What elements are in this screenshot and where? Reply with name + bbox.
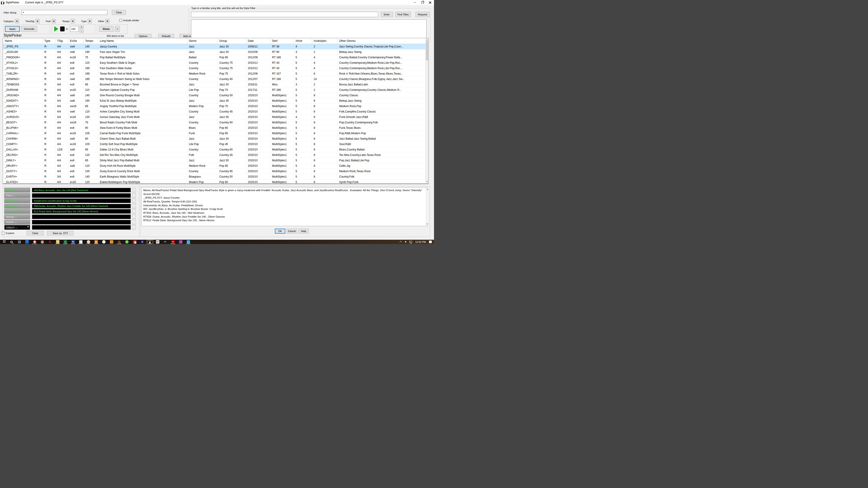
track-more-button[interactable]: .. xyxy=(132,198,136,203)
song-title-input[interactable] xyxy=(191,12,378,17)
request-button[interactable]: Request xyxy=(415,12,430,17)
table-row[interactable]: _CARNAL+R4/4ev16105Carnal Radio Pop Funk… xyxy=(3,131,426,136)
track-label-button[interactable]: Guitar RT xyxy=(4,204,30,208)
column-header[interactable]: Long Name xyxy=(98,38,187,44)
cancel-button[interactable]: Cancel xyxy=(287,229,297,234)
ok-button[interactable]: OK xyxy=(275,229,285,234)
taskbar-security-app-button[interactable] xyxy=(31,240,38,244)
close-button[interactable] xyxy=(426,0,434,5)
song-results-list[interactable] xyxy=(191,20,427,40)
track-value-display[interactable]: 612:Pedal Steel, Background Opry Sw 130 … xyxy=(32,209,131,214)
scroll-down-icon[interactable] xyxy=(426,181,428,184)
table-row[interactable]: _ANGSTY+R4/4sw1685Angsty Youthful Pop Mu… xyxy=(3,103,426,109)
column-header[interactable]: EvSw xyxy=(68,38,83,44)
taskbar-dev-app-button[interactable] xyxy=(184,240,192,244)
mixer-clear-button[interactable]: Clear xyxy=(27,231,44,235)
table-row[interactable]: _DELRIO+R4/4ev8120Del Rio Tex-Mex Ctry M… xyxy=(3,152,426,158)
table-row[interactable]: _DRURY+R4/4sw8120Drury Irish Alt Rock Mu… xyxy=(3,163,426,168)
column-header[interactable]: #substyles xyxy=(312,38,337,44)
column-header[interactable]: Name xyxy=(3,38,42,44)
chevron-down-icon[interactable] xyxy=(35,19,39,23)
chevron-down-icon[interactable] xyxy=(15,19,19,23)
help-button[interactable]: Help xyxy=(298,229,309,234)
taskbar-media-player-button[interactable] xyxy=(92,240,100,244)
track-label-button[interactable]: Drums RD xyxy=(4,198,30,203)
track-more-button[interactable]: .. xyxy=(132,209,136,214)
table-row[interactable]: _WSWING+R4/4sw8165Mid Tempo Western Swin… xyxy=(3,76,426,82)
chevron-down-icon[interactable] xyxy=(52,19,56,23)
demo-button[interactable]: Demo xyxy=(99,26,114,32)
scrollbar-thumb[interactable] xyxy=(426,41,428,60)
table-row[interactable]: _1ROUND+R4/4sw8140One Round Country Boog… xyxy=(3,93,426,98)
table-row[interactable]: _DURHAMR4/4ev16110Durham Upbeat Country … xyxy=(3,87,426,93)
chevron-down-icon[interactable] xyxy=(71,19,75,23)
custom-checkbox[interactable] xyxy=(2,232,4,234)
taskbar-groove-app-button[interactable] xyxy=(177,240,184,244)
taskbar-find-app-button[interactable] xyxy=(115,240,123,244)
filter-string-input[interactable]: + xyxy=(22,10,107,15)
generate-button[interactable]: Generate xyxy=(21,26,37,32)
column-header[interactable]: Date xyxy=(246,38,270,44)
taskbar-chrome-button[interactable] xyxy=(38,240,46,244)
taskbar-word-button[interactable]: W xyxy=(69,240,77,244)
track-value-display[interactable] xyxy=(32,215,131,219)
table-row[interactable]: _STHSLD+R4/4ev8165Fast Southern Slide Gu… xyxy=(3,66,426,71)
track-value-display[interactable]: 443:Bass, Acoustic, Jazz Sw 140 [Neil Sw… xyxy=(32,188,131,193)
network-icon[interactable] xyxy=(409,241,412,243)
track-value-display[interactable] xyxy=(32,220,131,225)
enter-button[interactable]: Enter xyxy=(381,12,393,17)
column-header[interactable]: Genre xyxy=(187,38,217,44)
table-row[interactable]: _STHSL2+R4/4ev8120Easy Southern Slide & … xyxy=(3,60,426,66)
column-header[interactable]: TSig xyxy=(55,38,68,44)
stop-icon[interactable] xyxy=(60,26,65,31)
apply-button[interactable]: Apply xyxy=(5,26,20,32)
table-row[interactable]: _BESOT+R4/4sw1675Besot Radio Country Fol… xyxy=(3,120,426,125)
track-more-button[interactable]: .. xyxy=(132,220,136,225)
track-value-display[interactable] xyxy=(32,225,131,230)
track-label-button[interactable]: Melody --- xyxy=(4,215,30,219)
table-row[interactable]: _EARTH+R3/4ev8140Earth Bluegrass Waltz M… xyxy=(3,174,426,180)
column-header[interactable]: Set# xyxy=(270,38,293,44)
options-button[interactable]: Options xyxy=(135,34,151,38)
tray-expand-icon[interactable] xyxy=(399,241,402,243)
taskbar-paint-button[interactable] xyxy=(85,240,92,244)
taskbar-realband-button[interactable]: RB xyxy=(154,240,161,244)
column-header[interactable]: Type xyxy=(42,38,55,44)
table-row[interactable]: _AUROUS+R4/4ev16130Aurous Saturday Jazz … xyxy=(3,114,426,120)
rebuild-button[interactable]: Rebuild xyxy=(158,34,174,38)
taskbar-calendar-button[interactable] xyxy=(23,240,31,244)
taskbar-itunes-button[interactable]: ♪ xyxy=(100,240,107,244)
table-vertical-scrollbar[interactable] xyxy=(426,38,428,184)
volume-icon[interactable] xyxy=(405,241,406,243)
table-row[interactable]: _52NDST+R4/4sw819052nd St Jazz Bebop Mul… xyxy=(3,98,426,103)
table-row[interactable]: _TENBOSSR4/4ev885Brushed Bossa w Organ +… xyxy=(3,82,426,87)
column-header[interactable]: #Instr xyxy=(293,38,312,44)
track-label-button[interactable]: Pedal Steel RT xyxy=(4,209,30,214)
column-header[interactable]: Other Genres xyxy=(337,38,426,44)
table-row[interactable]: _PMODGR+R4/4ev1675Pop Ballad MultiStyleB… xyxy=(3,55,426,60)
chevron-down-icon[interactable] xyxy=(88,19,92,23)
find-titles-button[interactable]: Find Titles xyxy=(395,12,411,17)
taskbar-task-view-button[interactable] xyxy=(16,240,23,244)
track-value-display[interactable]: RealDrums=JazzBrushes [Craig Scott] xyxy=(32,198,131,203)
track-value-display[interactable]: 558:Guitar, Acoustic, Rhythm Jazz Freddi… xyxy=(32,204,131,208)
taskbar-powertracks-button[interactable]: PT xyxy=(161,240,169,244)
table-row[interactable]: _BLUFNK+R4/4ev890Slow Even-8 Funky Blues… xyxy=(3,125,426,131)
table-row[interactable]: _DUSTY+R4/4ev8100Dusty Even-8 Country Ro… xyxy=(3,168,426,174)
track-label-button[interactable]: Piano --- xyxy=(4,193,30,198)
table-row[interactable]: _JZOG190R4/4sw8190Fast Jazz Organ TrioJa… xyxy=(3,49,426,55)
clear-filter-button[interactable]: Clear xyxy=(112,10,126,15)
track-more-button[interactable]: .. xyxy=(132,204,136,208)
save-as-sty-button[interactable]: Save as .STY xyxy=(47,231,74,235)
restore-button[interactable] xyxy=(418,0,426,5)
track-label-button[interactable]: Bass RT xyxy=(4,188,30,193)
taskbar-spider-app-button[interactable] xyxy=(123,240,131,244)
column-header[interactable]: Group xyxy=(217,38,246,44)
include-similar-checkbox[interactable] xyxy=(119,19,122,22)
tempo-up-button[interactable]: + xyxy=(80,26,84,29)
track-label-button[interactable]: Soloist --- xyxy=(4,220,30,225)
table-row[interactable]: _DALLAS+R12/8sw865Dallas 12-8 Ctry Blues… xyxy=(3,147,426,152)
table-row[interactable]: _COMFY+R4/4ev16100Comfy Soft Soul Pop Mu… xyxy=(3,141,426,147)
taskbar-audio-app-button[interactable] xyxy=(138,240,146,244)
taskbar-notepad-button[interactable] xyxy=(77,240,85,244)
